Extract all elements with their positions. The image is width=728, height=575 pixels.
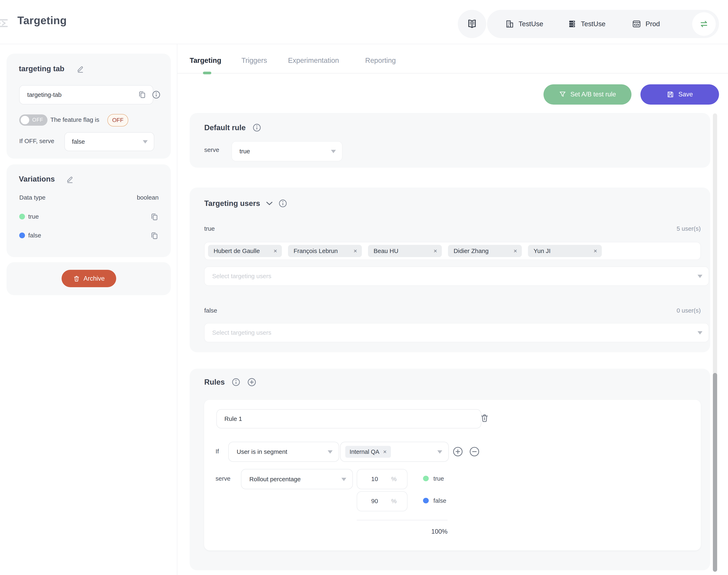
targeting-users-section: Targeting users true 5 user(s) Hubert de… bbox=[190, 188, 710, 352]
user-chip: Hubert de Gaulle bbox=[208, 245, 282, 257]
rollout-value: 90 bbox=[371, 498, 378, 505]
targeting-users-title: Targeting users bbox=[204, 199, 260, 208]
rule-card: Rule 1 If User is in segment Internal QA bbox=[204, 400, 701, 550]
rules-section: Rules Rule 1 bbox=[190, 369, 710, 570]
environment-switcher: TestUse TestUse bbox=[487, 10, 719, 38]
add-rule-icon[interactable] bbox=[247, 378, 256, 387]
copy-variation-icon[interactable] bbox=[150, 212, 158, 221]
rollout-input-true[interactable]: 10 % bbox=[357, 469, 407, 489]
default-serve-value: true bbox=[240, 148, 250, 155]
project-name: TestUse bbox=[581, 20, 606, 28]
switch-environment-button[interactable] bbox=[692, 12, 716, 36]
user-chip: Didier Zhang bbox=[448, 245, 522, 257]
sidebar-divider bbox=[177, 44, 177, 575]
condition-select[interactable]: User is in segment bbox=[228, 442, 339, 462]
targeted-users-true-box[interactable]: Hubert de Gaulle François Lebrun Beau HU… bbox=[204, 242, 701, 260]
user-chip-label: Beau HU bbox=[373, 247, 398, 255]
copy-key-icon[interactable] bbox=[138, 90, 146, 99]
percent-suffix: % bbox=[391, 498, 397, 505]
flag-key-info-icon[interactable] bbox=[152, 91, 160, 99]
remove-user-icon[interactable] bbox=[274, 247, 277, 255]
rule-name-value: Rule 1 bbox=[224, 415, 242, 422]
save-button[interactable]: Save bbox=[641, 84, 719, 105]
book-icon bbox=[466, 19, 478, 30]
user-chip-label: François Lebrun bbox=[294, 247, 338, 255]
collapse-chevron-icon[interactable] bbox=[266, 202, 272, 205]
flag-key-value: targeting-tab bbox=[27, 91, 62, 98]
chevron-down-icon bbox=[697, 331, 702, 335]
archive-card: Archive bbox=[6, 262, 171, 295]
add-condition-icon[interactable] bbox=[453, 446, 463, 457]
tab-experimentation[interactable]: Experimentation bbox=[288, 57, 339, 65]
flag-key-input[interactable]: targeting-tab bbox=[19, 85, 153, 104]
chevron-down-icon bbox=[697, 275, 702, 278]
toggle-knob bbox=[21, 116, 29, 124]
rollout-value: 10 bbox=[371, 475, 378, 482]
rule-name-input[interactable]: Rule 1 bbox=[216, 409, 481, 429]
select-users-false-input[interactable]: Select targeting users bbox=[204, 323, 709, 342]
default-rule-info-icon[interactable] bbox=[253, 124, 261, 132]
project-selector[interactable]: TestUse bbox=[568, 20, 606, 29]
archive-label: Archive bbox=[83, 275, 105, 282]
rollout-variation-label: true bbox=[433, 475, 444, 482]
scrollbar-thumb[interactable] bbox=[713, 373, 717, 572]
remove-segment-icon[interactable] bbox=[383, 448, 387, 455]
set-ab-test-rule-button[interactable]: Set A/B test rule bbox=[544, 84, 631, 105]
default-rule-title: Default rule bbox=[204, 124, 246, 132]
default-serve-select[interactable]: true bbox=[231, 141, 342, 161]
swap-arrows-icon bbox=[699, 19, 709, 29]
rollout-total-divider bbox=[357, 520, 447, 520]
server-stack-icon bbox=[568, 20, 577, 29]
workspace-name: TestUse bbox=[518, 20, 543, 28]
rollout-total: 100% bbox=[357, 528, 447, 535]
funnel-icon bbox=[559, 91, 566, 98]
chevron-down-icon bbox=[328, 450, 333, 453]
chevron-down-icon bbox=[341, 478, 346, 481]
variation-color-dot bbox=[423, 476, 429, 481]
code-window-icon bbox=[632, 19, 641, 29]
false-user-count: 0 user(s) bbox=[677, 307, 701, 314]
remove-user-icon[interactable] bbox=[514, 247, 517, 255]
copy-variation-icon[interactable] bbox=[150, 231, 158, 240]
variations-card: Variations Data type boolean true false bbox=[6, 164, 171, 257]
default-rule-section: Default rule serve true bbox=[190, 113, 710, 168]
toggle-state-label: OFF bbox=[32, 117, 43, 123]
tab-reporting[interactable]: Reporting bbox=[365, 57, 396, 65]
select-users-placeholder: Select targeting users bbox=[212, 329, 271, 336]
remove-condition-icon[interactable] bbox=[469, 446, 480, 457]
rules-info-icon[interactable] bbox=[232, 378, 240, 386]
chevron-down-icon bbox=[143, 140, 148, 143]
rollout-variation-label: false bbox=[433, 497, 446, 504]
tab-targeting[interactable]: Targeting bbox=[190, 57, 221, 65]
targeting-users-info-icon[interactable] bbox=[279, 199, 287, 208]
archive-button[interactable]: Archive bbox=[62, 270, 116, 287]
remove-user-icon[interactable] bbox=[354, 247, 357, 255]
off-serve-select[interactable]: false bbox=[65, 132, 154, 151]
edit-flag-name-icon[interactable] bbox=[76, 65, 84, 73]
flag-summary-card: targeting tab targeting-tab OF bbox=[6, 54, 171, 159]
delete-rule-icon[interactable] bbox=[480, 413, 489, 422]
user-chip-label: Yun JI bbox=[534, 247, 551, 255]
rules-title: Rules bbox=[204, 378, 225, 386]
rollout-input-false[interactable]: 90 % bbox=[357, 491, 407, 511]
select-users-true-input[interactable]: Select targeting users bbox=[204, 267, 709, 286]
variation-label: true bbox=[28, 213, 39, 220]
if-off-serve-label: If OFF, serve bbox=[19, 138, 54, 144]
remove-user-icon[interactable] bbox=[433, 247, 437, 255]
edit-variations-icon[interactable] bbox=[66, 175, 74, 183]
serve-mode-select[interactable]: Rollout percentage bbox=[241, 469, 353, 489]
tab-triggers[interactable]: Triggers bbox=[241, 57, 267, 65]
environment-selector[interactable]: Prod bbox=[632, 19, 660, 29]
workspace-selector[interactable]: TestUse bbox=[505, 19, 543, 29]
remove-user-icon[interactable] bbox=[594, 247, 597, 255]
user-chip: François Lebrun bbox=[288, 245, 362, 257]
menu-unfold-icon[interactable] bbox=[0, 16, 8, 30]
ab-test-label: Set A/B test rule bbox=[571, 91, 616, 98]
docs-button[interactable] bbox=[458, 10, 486, 38]
segment-select[interactable]: Internal QA bbox=[340, 442, 449, 462]
save-floppy-icon bbox=[667, 91, 674, 98]
variation-color-dot bbox=[19, 214, 25, 219]
feature-flag-toggle[interactable]: OFF bbox=[19, 114, 47, 126]
data-type-label: Data type bbox=[19, 194, 45, 201]
header: Targeting bbox=[0, 0, 728, 44]
